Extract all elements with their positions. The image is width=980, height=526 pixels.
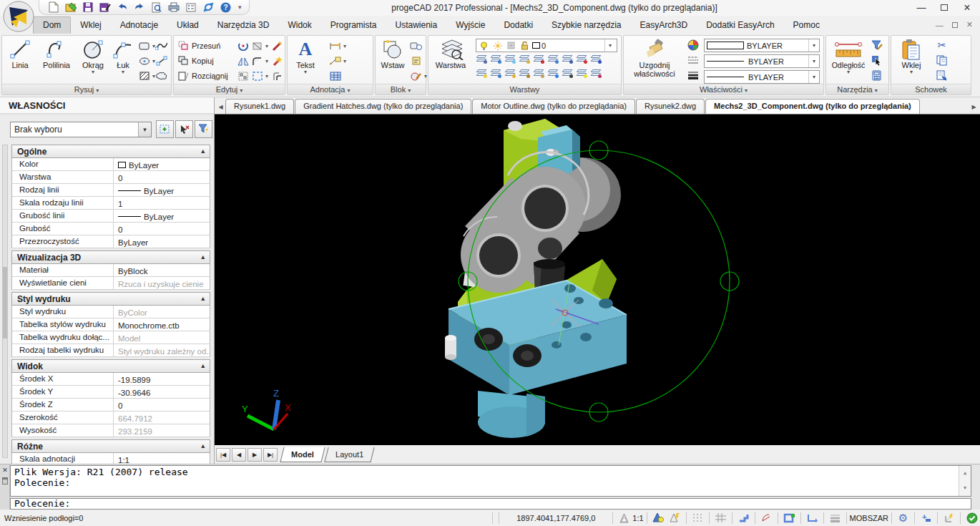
undo-icon[interactable] xyxy=(115,1,129,14)
mdi-close-button[interactable]: ✕ xyxy=(966,20,973,29)
group-label-wlasciwosci[interactable]: Właściwości ▾ xyxy=(624,84,823,94)
linetype-list-button[interactable] xyxy=(687,54,699,66)
layer-on-button[interactable] xyxy=(476,69,487,78)
tab-narzedzia-3d[interactable]: Narzędzia 3D xyxy=(208,16,279,33)
doc-tab-motor-outline[interactable]: Motor Outline.dwg (tylko do przeglądania… xyxy=(472,99,635,114)
layer-on-bulb-icon[interactable] xyxy=(478,40,490,52)
combo-arrow-icon[interactable]: ▾ xyxy=(808,39,819,52)
group-label-warstwy[interactable]: Warstwy xyxy=(428,84,621,94)
layer-walk-button[interactable] xyxy=(547,54,559,64)
lineweight-combo[interactable]: BYLAYER▾ xyxy=(704,70,820,84)
dropdown-arrow-icon[interactable]: ▾ xyxy=(304,69,307,74)
command-input[interactable]: Polecenie: xyxy=(10,498,971,510)
layer-merge-button[interactable] xyxy=(562,69,573,78)
property-value[interactable]: 1 xyxy=(114,197,210,209)
tab-uklad[interactable]: Układ xyxy=(167,16,208,33)
grid-toggle-icon[interactable] xyxy=(712,511,729,525)
save-icon[interactable] xyxy=(81,1,95,14)
combo-arrow-icon[interactable]: ▾ xyxy=(808,55,819,67)
edit-block-button[interactable]: ▾ xyxy=(410,70,427,82)
layer-delete-button[interactable] xyxy=(576,69,587,78)
property-value[interactable]: -30.9646 xyxy=(114,386,210,398)
last-tab-button[interactable]: ▶| xyxy=(263,448,278,462)
mobszar-toggle[interactable]: MOBSZAR xyxy=(850,514,888,522)
model-tab[interactable]: Model xyxy=(280,447,325,462)
dropdown-arrow-icon[interactable]: ▾ xyxy=(122,69,124,74)
layer-set-current-button[interactable] xyxy=(547,69,559,78)
properties-scrollbar-thumb[interactable] xyxy=(3,267,7,339)
selection-combo-arrow[interactable]: ▾ xyxy=(138,122,151,137)
mdi-minimize-button[interactable]: — xyxy=(936,21,944,29)
trim-button[interactable]: ▾ xyxy=(251,40,268,52)
layout1-tab[interactable]: Layout1 xyxy=(324,447,374,462)
layer-off-button[interactable] xyxy=(476,54,487,64)
dropdown-arrow-icon[interactable]: ▾ xyxy=(92,69,94,74)
layer-restore-button[interactable] xyxy=(590,69,602,78)
section-wizualizacja-3d[interactable]: Wizualizacja 3D▴ xyxy=(11,250,210,264)
stretch-button[interactable]: Rozciągnij xyxy=(177,70,228,82)
command-close-icon[interactable]: ✕ xyxy=(1,466,9,474)
scroll-down-icon[interactable]: ▼ xyxy=(964,483,966,494)
make-block-button[interactable] xyxy=(410,40,422,52)
sync-icon[interactable] xyxy=(201,1,215,14)
select-button[interactable]: ▾ xyxy=(251,70,268,82)
insert-block-button[interactable]: Wstaw xyxy=(377,37,408,84)
annotation-scale-icon[interactable] xyxy=(616,511,632,525)
match-properties-button[interactable]: Uzgodnij właściwości xyxy=(625,37,684,84)
layer-freeze-icon[interactable] xyxy=(505,40,517,52)
layer-current-button[interactable] xyxy=(533,54,544,64)
tab-wyjscie[interactable]: Wyjście xyxy=(446,16,494,33)
app-logo-icon[interactable] xyxy=(2,0,36,33)
property-value[interactable]: 0 xyxy=(114,223,210,235)
lineweight-toggle-icon[interactable] xyxy=(827,511,843,525)
pin-icon[interactable] xyxy=(2,477,8,484)
dropdown-arrow-icon[interactable]: ▾ xyxy=(847,69,850,74)
tab-wklej[interactable]: Wklej xyxy=(71,16,110,33)
group-label-adnotacja[interactable]: Adnotacja ▾ xyxy=(288,84,373,94)
doc-tab-mechs2[interactable]: Mechs2_3D_Component.dwg (tylko do przegl… xyxy=(705,99,920,114)
selection-filter-combo[interactable]: Brak wyboru ▾ xyxy=(10,122,152,137)
ortho-toggle-icon[interactable] xyxy=(735,511,752,525)
table-button[interactable] xyxy=(329,70,341,82)
section-ogolne[interactable]: Ogólne▴ xyxy=(11,145,210,158)
tab-dodatki-easyarch[interactable]: Dodatki EasyArch xyxy=(697,16,783,33)
ellipse-tool-button[interactable]: ▾ xyxy=(138,55,155,67)
tab-programista[interactable]: Programista xyxy=(321,16,386,33)
layer-combo-arrow[interactable]: ▾ xyxy=(604,39,615,52)
tab-pomoc[interactable]: Pomoc xyxy=(784,16,829,33)
annotation-visibility-icon[interactable] xyxy=(650,511,667,525)
group-label-blok[interactable]: Blok ▾ xyxy=(376,84,426,94)
offset-button[interactable] xyxy=(271,70,283,82)
drawing-canvas[interactable]: Y Z X xyxy=(215,115,980,445)
group-label-narzedzia[interactable]: Narzędzia ▾ xyxy=(826,84,888,94)
text-button[interactable]: A Tekst ▾ xyxy=(290,37,320,84)
tab-dom[interactable]: Dom xyxy=(33,16,71,34)
magic-wand-button[interactable] xyxy=(271,55,283,67)
copy-button[interactable]: Kopiuj xyxy=(177,55,214,67)
fillet-button[interactable]: ▾ xyxy=(251,55,268,67)
coordinates-display[interactable]: 1897.4041,177.4769,0 xyxy=(502,514,609,522)
command-history-scrollbar[interactable]: ▲ ▼ xyxy=(959,466,971,496)
calculator-button[interactable] xyxy=(871,69,883,81)
segment-tool-button[interactable] xyxy=(155,55,167,67)
circle-button[interactable]: Okrąg ▾ xyxy=(77,37,109,84)
section-rozne[interactable]: Różne▴ xyxy=(11,439,210,453)
array-button[interactable] xyxy=(237,70,249,82)
distance-button[interactable]: Odległość ▾ xyxy=(828,37,869,84)
leader-button[interactable]: ▾ xyxy=(329,55,346,67)
color-combo[interactable]: BYLAYER▾ xyxy=(704,39,820,52)
layer-sun-icon[interactable] xyxy=(491,40,504,52)
section-widok[interactable]: Widok▴ xyxy=(11,359,210,373)
deselect-button[interactable] xyxy=(175,120,193,138)
open-file-icon[interactable] xyxy=(64,1,78,14)
paste-button[interactable]: Wklej ▾ xyxy=(894,37,928,84)
property-value[interactable]: ByLayer xyxy=(114,235,210,248)
select-cursor-button[interactable] xyxy=(871,54,883,66)
group-label-schowek[interactable]: Schowek xyxy=(891,84,971,94)
tab-adnotacje[interactable]: Adnotacje xyxy=(111,16,167,33)
doc-tab-rysunek2[interactable]: Rysunek2.dwg xyxy=(636,99,705,114)
doc-tabs-scroll-right-icon[interactable]: ▶ xyxy=(969,99,979,114)
new-file-icon[interactable] xyxy=(46,1,61,14)
mirror-button[interactable] xyxy=(237,55,249,67)
command-history[interactable]: Plik Wersja: R21 (2007) release Poleceni… xyxy=(10,465,971,497)
